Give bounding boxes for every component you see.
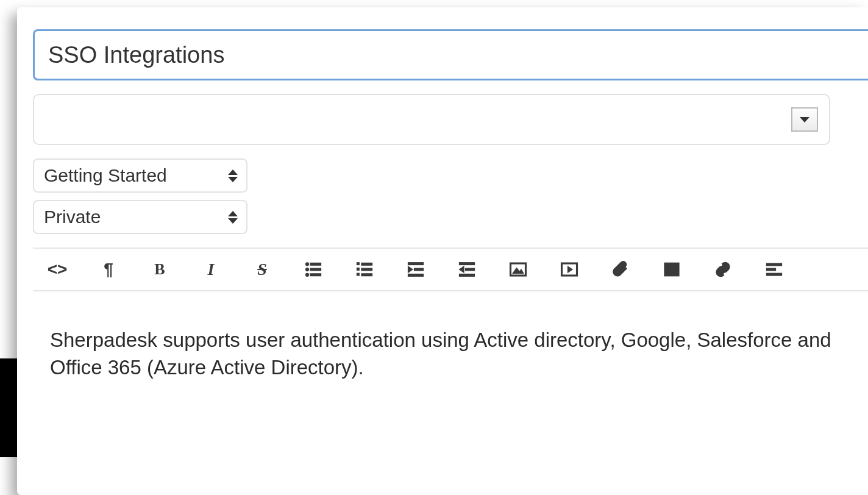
align-button[interactable] — [761, 256, 788, 283]
svg-rect-3 — [310, 268, 321, 271]
image-icon — [509, 260, 527, 279]
svg-rect-29 — [767, 263, 782, 266]
insert-file-button[interactable] — [607, 256, 634, 283]
select-stepper-icon — [228, 211, 238, 224]
insert-image-button[interactable] — [505, 256, 532, 283]
bold-button[interactable]: B — [146, 256, 173, 283]
svg-rect-15 — [408, 274, 424, 277]
paperclip-icon — [611, 260, 630, 279]
svg-rect-30 — [767, 268, 776, 271]
align-left-icon — [765, 260, 783, 279]
category-select-value: Getting Started — [44, 165, 167, 186]
video-icon — [560, 260, 578, 279]
indent-icon — [458, 260, 476, 279]
list-ol-icon — [355, 260, 374, 279]
editor-content[interactable]: Sherpadesk supports user authentication … — [33, 291, 868, 381]
svg-rect-18 — [466, 268, 475, 271]
svg-rect-11 — [361, 274, 372, 276]
svg-rect-7 — [361, 263, 372, 265]
svg-marker-17 — [460, 266, 464, 272]
select-stepper-icon — [228, 169, 238, 182]
svg-rect-24 — [665, 263, 679, 276]
insert-video-button[interactable] — [556, 256, 583, 283]
svg-rect-12 — [408, 263, 424, 265]
svg-rect-5 — [310, 274, 321, 276]
svg-point-2 — [306, 268, 309, 271]
bold-icon: B — [154, 260, 165, 279]
svg-marker-13 — [408, 266, 413, 272]
paragraph-format-button[interactable]: ¶ — [95, 256, 122, 283]
svg-rect-8 — [357, 268, 360, 271]
outdent-button[interactable] — [402, 256, 429, 283]
tag-combobox-dropdown-button[interactable] — [791, 107, 818, 132]
background-shadow-block — [0, 384, 18, 457]
italic-icon: I — [208, 260, 215, 279]
visibility-select-value: Private — [44, 207, 101, 227]
caret-down-icon — [800, 117, 809, 123]
svg-point-0 — [306, 263, 309, 266]
unordered-list-button[interactable] — [300, 256, 327, 283]
svg-marker-23 — [568, 266, 573, 272]
svg-rect-9 — [361, 268, 372, 271]
insert-link-button[interactable] — [710, 256, 736, 283]
pilcrow-icon: ¶ — [104, 260, 113, 279]
outdent-icon — [407, 260, 425, 279]
link-icon — [714, 260, 732, 279]
editor-panel: Getting Started Private <> ¶ B — [17, 7, 868, 495]
strikethrough-icon: S — [257, 260, 267, 279]
svg-rect-16 — [460, 263, 475, 265]
category-select[interactable]: Getting Started — [33, 158, 247, 193]
visibility-select[interactable]: Private — [33, 200, 247, 234]
indent-button[interactable] — [454, 256, 480, 283]
italic-button[interactable]: I — [197, 256, 224, 283]
article-title-input[interactable] — [33, 29, 868, 80]
svg-marker-21 — [513, 268, 524, 274]
svg-rect-31 — [767, 273, 782, 276]
tag-combobox[interactable] — [33, 94, 830, 145]
svg-rect-1 — [310, 263, 321, 265]
svg-rect-6 — [357, 263, 360, 265]
svg-rect-19 — [460, 274, 475, 277]
table-icon — [663, 260, 681, 279]
editor-toolbar: <> ¶ B I S — [33, 248, 868, 291]
code-view-button[interactable]: <> — [44, 256, 71, 283]
svg-point-4 — [306, 273, 309, 276]
editor-toolbar-container: <> ¶ B I S — [33, 248, 868, 381]
strikethrough-button[interactable]: S — [249, 256, 276, 283]
ordered-list-button[interactable] — [351, 256, 378, 283]
svg-rect-10 — [357, 273, 360, 276]
svg-rect-14 — [414, 268, 424, 271]
insert-table-button[interactable] — [658, 256, 685, 283]
list-ul-icon — [304, 260, 322, 279]
code-icon: <> — [48, 260, 68, 279]
